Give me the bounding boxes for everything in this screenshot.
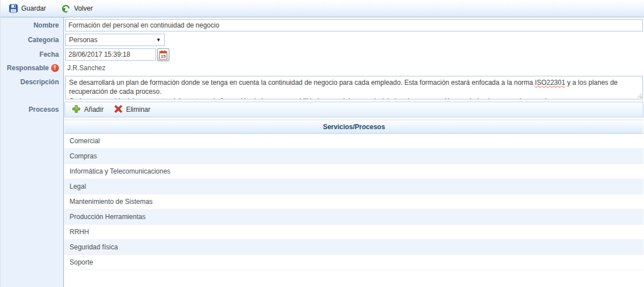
red-cross-icon [114, 104, 123, 115]
calendar-day-number: 15 [160, 54, 167, 60]
field-row-responsable: Responsable ! J.R.Sanchez [1, 62, 644, 74]
categoria-select[interactable]: Personas ▼ [65, 34, 165, 46]
misspelled-word: ISO22301 [535, 79, 565, 86]
record-detail-page: Guardar Volver Nombre Categoria [0, 0, 644, 287]
field-row-categoria: Categoria Personas ▼ [1, 33, 644, 47]
responsable-label: Responsable [7, 64, 49, 72]
grid-row-legal[interactable]: Legal [65, 179, 643, 194]
procesos-toolbar: Añadir Eliminar [65, 102, 643, 117]
categoria-selected-value: Personas [69, 36, 98, 44]
descripcion-label: Descripción [1, 74, 64, 101]
chevron-down-icon: ▼ [156, 37, 161, 43]
field-row-procesos: Procesos Añadir [1, 101, 644, 287]
save-floppy-icon [9, 4, 18, 13]
grid-row-informatica[interactable]: Informática y Telecomunicaciones [65, 164, 643, 179]
categoria-label: Categoria [1, 33, 64, 47]
nombre-input[interactable] [65, 19, 643, 31]
field-row-nombre: Nombre [1, 17, 644, 33]
fecha-label: Fecha [1, 47, 64, 62]
calendar-icon: 15 [159, 51, 167, 60]
descripcion-line2: Cada responsable del proceso tendrá que … [69, 97, 639, 99]
grid-row-mantenimiento[interactable]: Mantenimiento de Sistemas [65, 194, 643, 209]
fecha-input[interactable] [65, 48, 156, 61]
descripcion-textarea[interactable]: Se desarrollará un plan de formación don… [65, 76, 643, 99]
back-undo-arrow-icon [62, 4, 71, 13]
back-button[interactable]: Volver [58, 2, 96, 15]
grid-row-compras[interactable]: Compras [65, 149, 643, 164]
grid-row-comercial[interactable]: Comercial [65, 134, 643, 149]
grid-column-header-servicios-procesos[interactable]: Servicios/Procesos [65, 120, 643, 134]
add-process-button[interactable]: Añadir [70, 103, 106, 116]
add-process-label: Añadir [84, 106, 104, 113]
save-button[interactable]: Guardar [5, 2, 50, 15]
delete-process-button[interactable]: Eliminar [112, 103, 153, 116]
back-button-label: Volver [74, 4, 93, 12]
responsable-value: J.R.Sanchez [65, 64, 105, 72]
record-form: Nombre Categoria Personas ▼ Fecha [1, 17, 644, 287]
grid-row-seguridad[interactable]: Seguridad física [65, 240, 643, 255]
field-row-descripcion: Descripción Se desarrollará un plan de f… [1, 74, 644, 101]
procesos-grid: Servicios/Procesos Comercial Compras Inf… [65, 120, 643, 287]
nombre-label: Nombre [1, 17, 64, 33]
calendar-picker-button[interactable]: 15 [157, 48, 169, 61]
grid-row-soporte[interactable]: Soporte [65, 255, 643, 270]
procesos-panel: Añadir Eliminar Servicios/Procesos Comer… [64, 101, 644, 287]
plus-icon [72, 104, 81, 115]
descripcion-line1: Se desarrollará un plan de formación don… [69, 78, 639, 97]
procesos-label: Procesos [1, 101, 64, 287]
field-row-fecha: Fecha 15 [1, 47, 644, 62]
delete-process-label: Eliminar [126, 106, 150, 113]
top-toolbar: Guardar Volver [1, 0, 644, 17]
required-warning-icon: ! [51, 64, 59, 72]
save-button-label: Guardar [21, 4, 46, 12]
grid-row-rrhh[interactable]: RRHH [65, 225, 643, 240]
grid-row-produccion[interactable]: Producción Herramientas [65, 209, 643, 225]
